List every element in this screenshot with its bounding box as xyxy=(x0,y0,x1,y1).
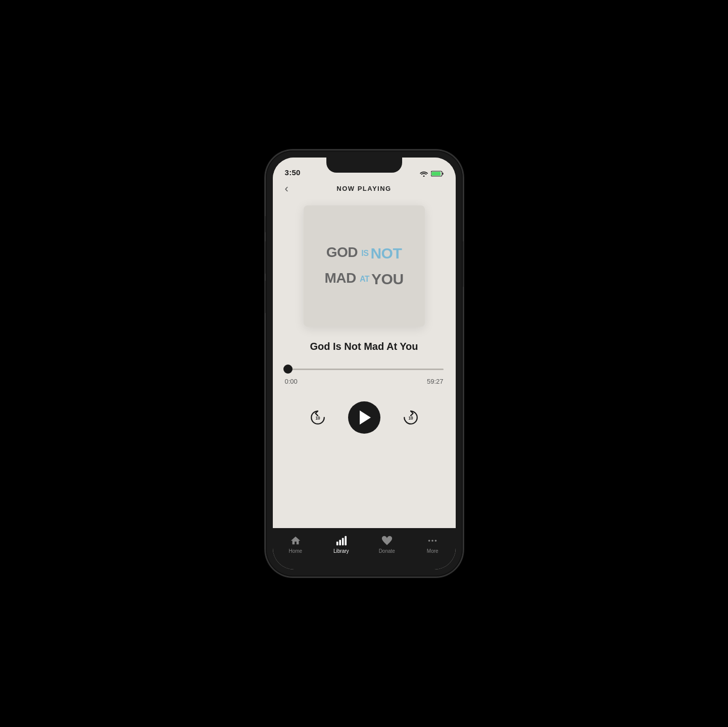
svg-rect-1 xyxy=(431,172,441,176)
phone: 3:50 ‹ NOW PLAYING xyxy=(266,150,463,577)
progress-bar[interactable] xyxy=(285,365,444,374)
current-time: 0:00 xyxy=(285,378,298,385)
mute-button[interactable] xyxy=(264,216,266,232)
svg-text:10: 10 xyxy=(315,416,320,421)
forward-button[interactable]: 10 xyxy=(399,405,423,430)
svg-point-10 xyxy=(431,540,433,542)
power-button[interactable] xyxy=(463,241,464,287)
status-icons xyxy=(420,171,444,177)
tab-library-label: Library xyxy=(333,548,349,554)
album-art-text: GOD IS NOT MAD AT YOU xyxy=(324,245,403,287)
rewind-button[interactable]: 10 xyxy=(306,405,330,430)
progress-thumb[interactable] xyxy=(283,365,293,374)
library-icon xyxy=(335,535,347,546)
svg-rect-6 xyxy=(339,540,342,545)
donate-icon xyxy=(381,535,393,546)
svg-point-9 xyxy=(428,540,430,542)
svg-rect-2 xyxy=(442,173,443,175)
tab-home[interactable]: Home xyxy=(273,533,319,556)
tab-library[interactable]: Library xyxy=(318,533,364,556)
status-time: 3:50 xyxy=(285,168,301,177)
progress-track xyxy=(285,369,444,370)
svg-rect-7 xyxy=(342,538,344,546)
playback-controls: 10 10 xyxy=(306,401,423,434)
play-button[interactable] xyxy=(348,401,380,434)
art-line1: GOD IS NOT xyxy=(324,245,403,262)
tab-donate[interactable]: Donate xyxy=(364,533,410,556)
notch xyxy=(326,158,402,173)
back-button[interactable]: ‹ xyxy=(283,180,290,197)
phone-screen: 3:50 ‹ NOW PLAYING xyxy=(273,158,456,569)
volume-up-button[interactable] xyxy=(264,241,266,274)
header-title: NOW PLAYING xyxy=(336,185,391,192)
more-icon xyxy=(427,535,438,546)
wifi-icon xyxy=(420,171,428,177)
svg-rect-5 xyxy=(336,542,338,545)
tab-more-label: More xyxy=(427,548,439,554)
tab-more[interactable]: More xyxy=(410,533,456,556)
track-title: God Is Not Mad At You xyxy=(310,341,418,352)
svg-rect-8 xyxy=(345,536,347,545)
progress-area: 0:00 59:27 xyxy=(285,365,444,385)
battery-icon xyxy=(431,171,444,177)
tab-bar: Home Library Donate xyxy=(273,528,456,569)
total-time: 59:27 xyxy=(427,378,444,385)
art-line2: MAD AT YOU xyxy=(324,271,403,287)
svg-text:10: 10 xyxy=(408,416,413,421)
album-art: GOD IS NOT MAD AT YOU xyxy=(304,205,425,327)
volume-down-button[interactable] xyxy=(264,281,266,313)
progress-times: 0:00 59:27 xyxy=(285,376,444,385)
home-icon xyxy=(290,535,301,546)
play-icon xyxy=(360,410,371,425)
tab-donate-label: Donate xyxy=(379,548,395,554)
tab-home-label: Home xyxy=(288,548,302,554)
header: ‹ NOW PLAYING xyxy=(273,180,456,197)
svg-point-11 xyxy=(435,540,437,542)
main-content: GOD IS NOT MAD AT YOU God Is Not Mad At … xyxy=(273,197,456,528)
